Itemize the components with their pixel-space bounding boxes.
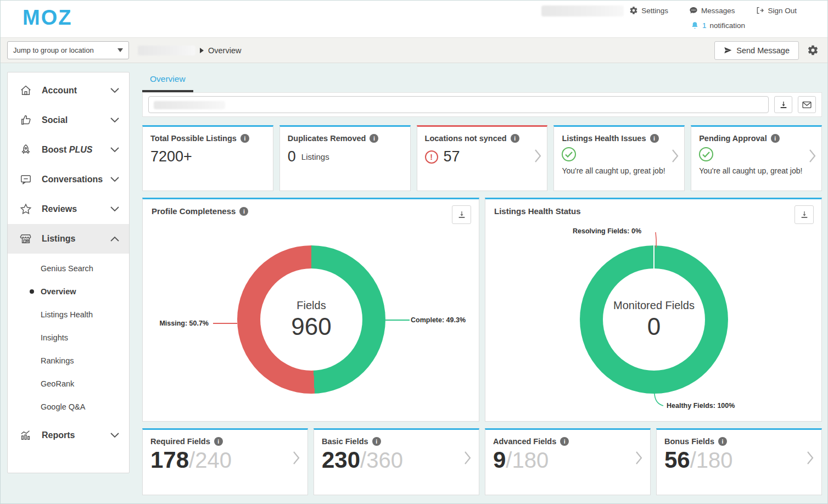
tab-overview[interactable]: Overview [142,74,193,92]
card-bonus-fields[interactable]: Bonus Fields i 56/180 [656,428,822,495]
info-icon[interactable]: i [370,134,378,143]
sidebar-item-account[interactable]: Account [8,76,129,105]
chart-title: Listings Health Status [494,206,581,216]
notification-link[interactable]: 1 notification [691,21,745,30]
page-settings-gear-icon[interactable] [807,44,819,56]
sub-bar: Jump to group or location Overview Send … [1,37,827,63]
info-icon[interactable]: i [240,134,249,143]
sidebar-item-social[interactable]: Social [8,105,129,135]
messages-link[interactable]: Messages [689,6,735,15]
card-locations-not-synced[interactable]: Locations not synced i !57 [417,125,548,191]
caret-down-icon [118,48,123,52]
info-icon[interactable]: i [650,134,659,143]
sidebar-subitem-rankings[interactable]: Rankings [8,349,129,372]
chevron-right-icon [635,451,642,465]
missing-annotation: Missing: 50.7% [159,320,209,327]
sign-out-link[interactable]: Sign Out [756,6,797,15]
card-title: Bonus Fields [664,437,714,446]
star-icon [20,203,33,215]
redacted-input-value [154,101,225,109]
subitem-label: Genius Search [41,264,93,273]
card-basic-fields[interactable]: Basic Fields i 230/360 [314,428,479,495]
subitem-label: Insights [41,333,68,342]
location-filter-input[interactable] [148,96,769,113]
subitem-label: Listings Health [41,310,93,319]
sign-out-icon [756,6,764,15]
email-button[interactable] [798,96,816,113]
info-icon[interactable]: i [718,437,727,446]
info-icon[interactable]: i [239,207,248,216]
tab-bar: Overview [142,74,822,92]
sidebar-item-boost[interactable]: Boost PLUS [8,135,129,165]
profile-completeness-donut: Fields 960 [237,245,385,394]
card-title: Required Fields [150,437,210,446]
sidebar-item-reports[interactable]: Reports [8,421,129,450]
sidebar-item-listings[interactable]: Listings [8,224,129,254]
sidebar-subitem-overview[interactable]: Overview [8,280,129,303]
chevron-down-icon [110,206,119,212]
chevron-down-icon [110,117,119,123]
sidebar-subitem-google-qa[interactable]: Google Q&A [8,395,129,418]
download-button[interactable] [774,96,792,113]
notification-count: 1 [702,21,707,30]
sign-out-label: Sign Out [768,7,797,15]
info-icon[interactable]: i [511,134,519,143]
info-icon[interactable]: i [214,437,223,446]
moz-logo[interactable]: MOZ [23,6,72,30]
stat-card-row: Total Possible Listings i 7200+ Duplicat… [142,125,822,191]
chevron-up-icon [110,236,119,242]
header-nav: Settings Messages Sign Out [629,6,797,15]
breadcrumb: Overview [138,46,241,55]
sidebar-item-reviews[interactable]: Reviews [8,194,129,224]
card-message: You're all caught up, great job! [699,166,814,175]
chart-title: Profile Completeness [152,206,236,216]
field-total: /180 [506,448,549,473]
settings-link[interactable]: Settings [629,6,668,15]
paper-plane-icon [724,46,732,54]
subitem-label: Google Q&A [41,402,85,411]
redacted-location-name [138,46,195,55]
sidebar-item-label: Conversations [42,175,110,184]
sidebar-item-conversations[interactable]: Conversations [8,165,129,194]
field-card-row: Required Fields i 178/240 Basic Fields i… [142,428,822,495]
card-title: Listings Health Issues [562,134,646,143]
card-required-fields[interactable]: Required Fields i 178/240 [142,428,308,495]
info-icon[interactable]: i [372,437,381,446]
info-icon[interactable]: i [771,134,780,143]
breadcrumb-arrow-icon [200,48,204,53]
donut-center-label: Fields [296,299,326,312]
jump-to-group-select[interactable]: Jump to group or location [7,41,129,59]
top-header: MOZ Settings Messages Sign Out 1 notific… [1,1,827,37]
healthy-annotation: Healthy Fields: 100% [667,402,735,410]
field-value: 56 [664,447,690,473]
send-message-button[interactable]: Send Message [714,41,799,60]
field-total: /240 [189,448,232,473]
card-value: 0 [288,148,296,165]
donut-center-label: Monitored Fields [613,299,695,312]
sidebar-subitem-genius-search[interactable]: Genius Search [8,257,129,280]
card-unit: Listings [301,152,329,161]
settings-label: Settings [641,7,668,15]
zero-slice-divider [653,245,654,269]
card-value: 7200+ [150,148,265,165]
chart-download-button[interactable] [795,205,814,224]
card-listings-health-issues[interactable]: Listings Health Issues i You're all caug… [553,125,685,191]
info-icon[interactable]: i [560,437,569,446]
sidebar-subitem-listings-health[interactable]: Listings Health [8,303,129,326]
chart-download-button[interactable] [452,205,471,224]
sidebar-subitem-insights[interactable]: Insights [8,326,129,349]
sidebar-item-label: Reviews [42,204,110,214]
sidebar-subitem-georank[interactable]: GeoRank [8,372,129,395]
card-title: Basic Fields [322,437,368,446]
card-pending-approval[interactable]: Pending Approval i You're all caught up,… [691,125,822,191]
field-value: 230 [322,447,360,473]
sidebar-item-label: Reports [42,430,110,440]
card-advanced-fields[interactable]: Advanced Fields i 9/180 [485,428,651,495]
download-icon [800,210,809,219]
filter-strip [142,92,822,117]
complete-leader-line [385,320,410,321]
rocket-icon [20,144,33,156]
chevron-down-icon [110,433,119,438]
card-title: Total Possible Listings [150,134,237,143]
missing-leader-line [213,323,237,324]
